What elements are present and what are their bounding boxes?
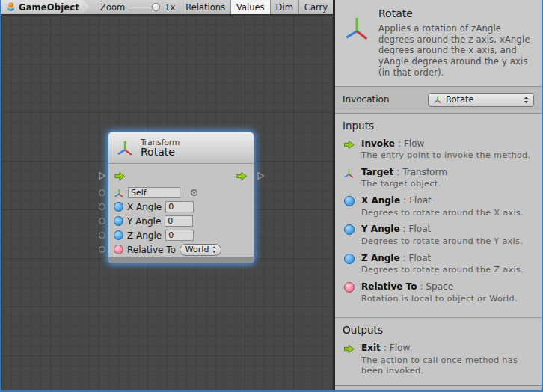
tab-relations[interactable]: Relations <box>180 0 230 14</box>
rotate-node[interactable]: Transform Rotate <box>108 132 254 263</box>
x-angle-field[interactable] <box>165 201 194 212</box>
invocation-row: Invocation Rotate <box>335 87 542 114</box>
transform-axes-icon <box>114 188 124 198</box>
flow-arrow-icon <box>343 343 355 355</box>
exit-flow-arrow-icon[interactable] <box>236 171 248 182</box>
port-doc-invoke: Invoke:Flow The entry point to invoke th… <box>343 138 534 162</box>
inspector-panel: Rotate Applies a rotation of zAngle degr… <box>335 0 542 390</box>
inputs-section: Inputs Invoke:Flow The entry point to in… <box>335 114 542 319</box>
warning-bar: Unit is never entered. <box>335 385 542 390</box>
zoom-slider[interactable] <box>129 3 159 12</box>
zoom-slider-handle[interactable] <box>152 3 160 11</box>
relative-to-port[interactable] <box>99 246 105 253</box>
y-angle-label: Y Angle <box>127 216 161 227</box>
graph-area: GameObject Zoom 1x Relations Values Dim … <box>1 0 335 390</box>
y-angle-port[interactable] <box>99 218 105 224</box>
tab-dim[interactable]: Dim <box>270 0 298 14</box>
port-doc-target: Target:Transform The target object. <box>343 167 534 190</box>
invocation-value: Rotate <box>446 94 520 105</box>
float-port-icon <box>343 224 355 235</box>
port-doc-relative-to: Relative To:Space Rotation is local to o… <box>343 281 534 304</box>
graph-canvas[interactable]: Transform Rotate <box>1 15 333 390</box>
breadcrumb-gameobject[interactable]: GameObject <box>1 0 90 14</box>
space-port-icon <box>343 282 355 293</box>
float-port-icon <box>114 216 123 226</box>
x-angle-label: X Angle <box>127 202 162 212</box>
tab-values[interactable]: Values <box>230 0 270 14</box>
float-port-icon <box>343 196 355 206</box>
port-doc-z-angle: Z Angle:Float Degrees to rotate around t… <box>343 253 534 276</box>
graph-toolbar: GameObject Zoom 1x Relations Values Dim … <box>1 0 333 15</box>
x-angle-port[interactable] <box>99 203 105 210</box>
unit-description: Applies a rotation of zAngle degrees aro… <box>378 23 537 79</box>
bolt-graph-window: GameObject Zoom 1x Relations Values Dim … <box>0 0 543 392</box>
outputs-header: Outputs <box>343 324 534 336</box>
node-input-ports <box>95 132 108 263</box>
object-picker-icon[interactable] <box>190 189 198 197</box>
breadcrumb-label: GameObject <box>19 2 79 13</box>
relative-to-label: Relative To <box>127 245 176 255</box>
node-title: Rotate <box>141 147 180 158</box>
transform-axes-icon <box>433 95 442 104</box>
view-tabs: Relations Values Dim Carry <box>180 0 333 14</box>
unit-title: Rotate <box>378 7 537 19</box>
target-self-field[interactable] <box>128 187 180 198</box>
z-angle-field[interactable] <box>165 230 194 241</box>
relative-to-dropdown[interactable]: World <box>180 244 222 256</box>
flow-arrow-icon <box>343 139 355 150</box>
space-port-icon <box>114 245 123 254</box>
port-doc-x-angle: X Angle:Float Degrees to rotate around t… <box>343 195 534 218</box>
tab-carry[interactable]: Carry <box>298 0 333 14</box>
transform-axes-icon <box>343 13 371 79</box>
z-angle-port[interactable] <box>99 232 105 239</box>
float-port-icon <box>114 230 123 240</box>
port-doc-exit: Exit:Flow The action to call once method… <box>343 343 534 377</box>
gameobject-icon <box>6 2 16 12</box>
transform-axes-icon <box>343 168 355 179</box>
invocation-label: Invocation <box>343 94 390 105</box>
float-port-icon <box>114 202 123 212</box>
float-port-icon <box>343 254 355 264</box>
dropdown-spinner-icon <box>212 245 217 254</box>
relative-to-value: World <box>185 245 209 254</box>
flow-output-port[interactable] <box>256 171 266 181</box>
zoom-value: 1x <box>165 2 175 13</box>
zoom-label: Zoom <box>100 2 125 13</box>
invoke-flow-arrow-icon[interactable] <box>114 171 126 182</box>
port-doc-y-angle: Y Angle:Float Degrees to rotate around t… <box>343 224 534 247</box>
rotate-node-header[interactable]: Transform Rotate <box>108 132 254 164</box>
rotate-node-group: Transform Rotate <box>95 132 267 263</box>
outputs-section: Outputs Exit:Flow The action to call onc… <box>335 318 542 385</box>
y-angle-field[interactable] <box>165 215 193 227</box>
transform-axes-icon <box>116 138 134 158</box>
node-output-ports <box>254 132 267 263</box>
node-footer <box>108 257 254 263</box>
dropdown-spinner-icon <box>524 96 529 104</box>
invocation-dropdown[interactable]: Rotate <box>428 93 534 107</box>
target-port[interactable] <box>99 189 105 196</box>
inputs-header: Inputs <box>343 120 534 132</box>
unit-doc-header: Rotate Applies a rotation of zAngle degr… <box>335 0 542 87</box>
z-angle-label: Z Angle <box>127 230 162 241</box>
flow-input-port[interactable] <box>97 171 107 181</box>
node-body: X Angle Y Angle Z Angle <box>108 164 254 257</box>
